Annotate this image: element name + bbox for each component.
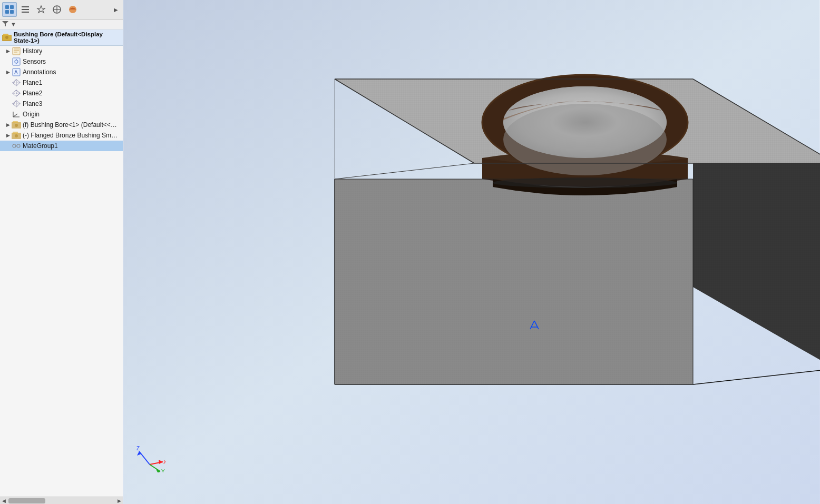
plane3-label: Plane3 — [23, 100, 42, 107]
bushing-bore-comp-icon — [12, 121, 21, 129]
tree-item-origin[interactable]: ▶ Origin — [0, 109, 123, 120]
bore-depth-ellipse — [503, 104, 667, 175]
svg-line-78 — [150, 465, 160, 471]
property-manager-btn[interactable] — [18, 2, 33, 17]
root-assembly-icon — [2, 33, 12, 43]
svg-rect-4 — [22, 6, 29, 7]
flanged-bronze-icon — [12, 131, 21, 140]
svg-line-81 — [530, 321, 534, 329]
sensors-icon — [12, 57, 21, 66]
plane2-label: Plane2 — [23, 90, 42, 97]
svg-text:A: A — [14, 70, 18, 75]
display-manager-btn[interactable] — [65, 2, 80, 17]
svg-rect-5 — [22, 9, 29, 10]
feature-manager-btn[interactable] — [2, 2, 17, 17]
origin-icon — [12, 110, 21, 118]
svg-point-15 — [5, 36, 8, 39]
svg-marker-56 — [335, 179, 693, 384]
tree-item-plane3[interactable]: ▶ Plane3 — [0, 98, 123, 109]
svg-text:Y: Y — [161, 469, 165, 472]
tree-item-sensors[interactable]: ▶ Sensors — [0, 56, 123, 67]
history-label: History — [23, 47, 42, 55]
tree-item-plane1[interactable]: ▶ Plane1 — [0, 77, 123, 88]
dimxpert-manager-btn[interactable] — [50, 2, 64, 17]
scroll-right-btn[interactable]: ▶ — [115, 497, 123, 505]
svg-point-41 — [13, 144, 16, 147]
svg-rect-6 — [22, 12, 29, 13]
flanged-bronze-label: (-) Flanged Bronze Bushing SmartCom — [23, 132, 121, 139]
svg-point-37 — [15, 124, 18, 127]
tree-item-bushing-bore-comp[interactable]: ▶ (f) Bushing Bore<1> (Default<<Defaul — [0, 120, 123, 130]
annotations-icon: A — [12, 68, 21, 76]
svg-marker-11 — [2, 21, 8, 26]
svg-point-42 — [17, 144, 20, 147]
svg-text:X: X — [163, 459, 165, 465]
annotations-label: Annotations — [23, 68, 56, 76]
panel-toolbar: ▶ — [0, 0, 123, 19]
plane2-icon — [12, 89, 21, 97]
sensors-label: Sensors — [23, 58, 46, 65]
scene-container — [123, 0, 820, 504]
plane1-label: Plane1 — [23, 79, 42, 86]
svg-line-82 — [534, 321, 539, 329]
filter-icon — [2, 21, 8, 28]
plane3-icon — [12, 100, 21, 108]
tree-item-annotations[interactable]: ▶ A Annotations — [0, 67, 123, 77]
history-icon — [12, 47, 21, 55]
mategroup1-icon — [12, 142, 21, 150]
scroll-left-btn[interactable]: ◀ — [0, 497, 7, 505]
scroll-thumb[interactable] — [8, 498, 45, 503]
svg-rect-0 — [5, 5, 9, 9]
plane1-icon — [12, 78, 21, 87]
svg-marker-76 — [159, 460, 163, 464]
toolbar-expand-btn[interactable]: ▶ — [111, 2, 121, 17]
flanged-bronze-expand-arrow[interactable]: ▶ — [4, 133, 12, 138]
axes-triad: Z X Y — [134, 441, 165, 472]
svg-line-34 — [13, 114, 17, 117]
svg-marker-73 — [137, 451, 141, 456]
bushing-bore-comp-label: (f) Bushing Bore<1> (Default<<Defaul — [23, 121, 121, 129]
feature-tree-panel: ▶ ▼ Bushing Bore (Default<Display St — [0, 0, 123, 504]
svg-point-40 — [15, 134, 18, 137]
svg-rect-3 — [10, 10, 14, 14]
3d-scene-svg — [123, 0, 820, 504]
tree-item-history[interactable]: ▶ History — [0, 46, 123, 56]
origin-label: Origin — [23, 111, 40, 118]
origin-marker — [529, 320, 535, 326]
svg-rect-16 — [13, 47, 20, 55]
bushing-bore-comp-expand-arrow[interactable]: ▶ — [4, 122, 12, 127]
horizontal-scrollbar[interactable]: ◀ ▶ — [0, 497, 123, 504]
annotations-expand-arrow[interactable]: ▶ — [4, 70, 12, 75]
filter-label: ▼ — [11, 21, 16, 27]
svg-rect-39 — [13, 132, 18, 134]
history-expand-arrow[interactable]: ▶ — [4, 48, 12, 54]
triad-svg: Z X Y — [134, 441, 165, 472]
svg-rect-1 — [10, 5, 14, 9]
mategroup1-label: MateGroup1 — [23, 142, 58, 150]
svg-text:Z: Z — [136, 446, 140, 451]
svg-rect-2 — [5, 10, 9, 14]
filter-row: ▼ — [0, 19, 123, 29]
root-assembly-label: Bushing Bore (Default<Display State-1>) — [14, 31, 121, 44]
tree-item-plane2[interactable]: ▶ Plane2 — [0, 88, 123, 98]
tree-item-mategroup1[interactable]: ▶ MateGroup1 — [0, 141, 123, 151]
svg-rect-36 — [13, 121, 18, 123]
3d-viewport[interactable]: Z X Y — [123, 0, 820, 504]
feature-tree: ▶ History ▶ — [0, 46, 123, 497]
tree-item-flanged-bronze[interactable]: ▶ (-) Flanged Bronze Bushing SmartCom — [0, 130, 123, 141]
config-manager-btn[interactable] — [34, 2, 48, 17]
root-assembly-item[interactable]: Bushing Bore (Default<Display State-1>) — [0, 29, 123, 46]
